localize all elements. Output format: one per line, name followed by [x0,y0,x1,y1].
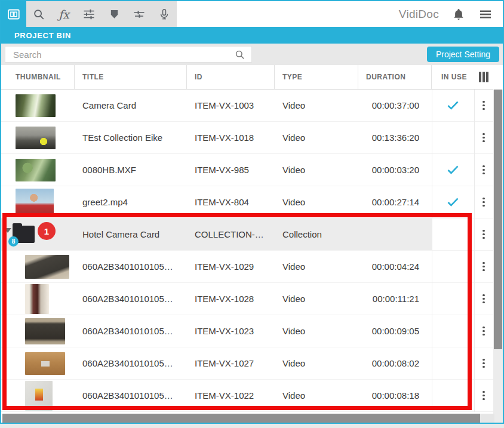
table-row[interactable]: 060A2B3401010105…ITEM-VX-1028Video00:00:… [1,283,493,315]
column-chooser-cell [474,65,493,89]
id-cell: ITEM-VX-985 [187,154,275,186]
panel-title: PROJECT BIN [14,31,71,40]
thumbnail-cell [1,186,75,218]
video-thumbnail[interactable] [16,189,54,215]
more-vertical-icon[interactable] [479,355,488,372]
topbar-right: VidiDoc [177,1,503,27]
table-row[interactable]: 060A2B3401010105…ITEM-VX-1029Video00:00:… [1,251,493,283]
row-menu-cell [474,315,493,347]
vertical-scrollbar-thumb[interactable] [494,90,502,349]
more-vertical-icon[interactable] [479,194,488,211]
tool-voice-button[interactable] [152,1,177,27]
video-thumbnail[interactable] [25,255,69,279]
table-row-collection[interactable]: 8Hotel Camera CardCOLLECTION-…Collection [1,218,493,251]
in-use-cell [432,154,474,186]
thumbnail-cell: 8 [1,218,75,250]
video-thumbnail[interactable] [16,94,56,117]
view-columns-icon[interactable] [478,72,489,82]
in-use-cell [432,283,474,315]
in-use-cell [432,251,474,282]
column-header-title[interactable]: TITLE [75,65,187,89]
tool-filters-button[interactable] [127,1,152,27]
table-row[interactable]: greet2.mp4ITEM-VX-804Video00:00:27:14 [1,186,493,218]
id-cell: COLLECTION-… [187,218,275,250]
column-separator [432,90,432,412]
table-row[interactable]: Camera CardITEM-VX-1003Video00:00:37:00 [1,90,493,122]
title-cell: 060A2B3401010105… [75,347,187,379]
more-vertical-icon[interactable] [479,291,488,307]
type-cell: Video [275,90,358,121]
more-vertical-icon[interactable] [479,97,488,114]
more-vertical-icon[interactable] [479,162,488,178]
more-vertical-icon[interactable] [479,226,488,243]
id-cell: ITEM-VX-1027 [187,347,275,379]
tool-strip: ƒx [1,1,177,27]
in-use-check-icon [447,101,459,110]
more-vertical-icon[interactable] [479,387,488,404]
search-box[interactable] [5,46,252,63]
video-thumbnail[interactable] [25,352,65,375]
tune-alt-icon [132,7,146,21]
thumbnail-cell [1,315,75,347]
table-header: THUMBNAILTITLEIDTYPEDURATIONIN USE [1,65,493,90]
video-thumbnail[interactable] [16,159,56,181]
title-cell: 060A2B3401010105… [75,283,187,315]
id-cell: ITEM-VX-1028 [187,283,275,315]
duration-cell: 00:00:37:00 [358,90,432,121]
hamburger-menu-icon[interactable] [478,7,493,21]
title-cell: greet2.mp4 [75,186,187,218]
id-cell: ITEM-VX-1018 [187,122,275,153]
row-menu-cell [474,218,493,250]
tool-adjust-button[interactable] [76,1,102,27]
duration-cell: 00:13:36:20 [358,122,432,153]
more-vertical-icon[interactable] [479,130,488,146]
tool-search-button[interactable] [26,1,51,27]
video-thumbnail[interactable] [25,381,53,411]
row-menu-cell [474,283,493,315]
column-header-type[interactable]: TYPE [275,65,358,89]
thumbnail-cell [1,380,75,411]
column-separator [474,90,475,412]
search-input[interactable] [5,50,234,60]
expand-caret-icon[interactable] [4,228,11,233]
table-row[interactable]: 0080HB.MXFITEM-VX-985Video00:00:03:20 [1,154,493,186]
video-thumbnail[interactable] [25,318,65,344]
column-header-thumbnail[interactable]: THUMBNAIL [1,65,75,89]
more-vertical-icon[interactable] [479,258,488,275]
horizontal-scrollbar-thumb[interactable] [2,414,480,423]
duration-cell: 00:00:27:14 [358,186,432,218]
video-thumbnail[interactable] [16,127,56,149]
id-cell: ITEM-VX-1023 [187,315,275,347]
row-menu-cell [474,186,493,218]
column-header-id[interactable]: ID [187,65,275,89]
top-toolbar: ƒx VidiDoc [1,1,503,27]
more-vertical-icon[interactable] [479,323,488,340]
in-use-check-icon [447,165,459,174]
type-cell: Video [275,251,358,282]
tool-effects-button[interactable]: ƒx [51,1,76,27]
horizontal-scrollbar[interactable] [2,414,494,423]
row-menu-cell [474,154,493,186]
table-row[interactable]: 060A2B3401010105…ITEM-VX-1027Video00:00:… [1,347,493,380]
column-header-duration[interactable]: DURATION [358,65,432,89]
tool-shield-button[interactable] [102,1,127,27]
title-cell: Hotel Camera Card [75,218,187,250]
table-row[interactable]: TEst Collection EikeITEM-VX-1018Video00:… [1,122,493,154]
type-cell: Video [275,315,358,347]
collection-folder-icon[interactable]: 8 [13,226,35,243]
project-setting-button[interactable]: Project Setting [427,47,499,62]
title-cell: 060A2B3401010105… [75,315,187,347]
title-cell: 060A2B3401010105… [75,380,187,411]
vertical-scrollbar[interactable] [493,90,503,423]
table-row[interactable]: 060A2B3401010105…ITEM-VX-1023Video00:00:… [1,315,493,347]
table-row[interactable]: 060A2B3401010105…ITEM-VX-1022Video00:00:… [1,380,493,412]
column-header-in-use[interactable]: IN USE [432,65,474,89]
duration-cell: 00:00:04:24 [358,251,432,282]
row-menu-cell [474,122,493,153]
thumbnail-cell [1,122,75,153]
type-cell: Video [275,186,358,218]
bell-icon[interactable] [452,8,465,21]
app-window: ƒx VidiDoc PROJECT BIN Project Setting T… [0,0,504,424]
video-thumbnail[interactable] [25,284,49,314]
tool-project-bin-button[interactable] [1,1,26,27]
